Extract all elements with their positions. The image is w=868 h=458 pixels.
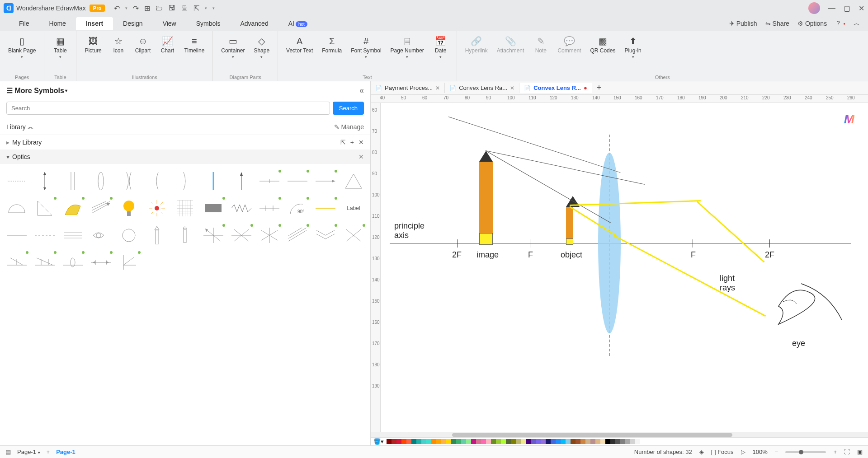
symbol-item[interactable] [340,223,367,248]
doc-tab[interactable]: 📄Payment Proces...✕ [371,83,445,93]
play-button[interactable]: ▷ [741,449,745,455]
fullscreen-button[interactable]: ▣ [857,449,863,455]
color-swatch[interactable] [590,439,595,444]
symbol-item[interactable] [4,196,30,221]
symbol-item[interactable] [256,223,283,248]
canvas[interactable]: M [381,103,868,432]
menu-ai[interactable]: AIhot [278,17,317,30]
color-swatch[interactable] [456,439,461,444]
symbol-item[interactable] [312,196,339,221]
color-swatch[interactable] [461,439,466,444]
help-button[interactable]: ？● [835,19,845,28]
color-swatch[interactable] [526,439,531,444]
symbol-item[interactable] [60,223,86,248]
page-tab-active[interactable]: Page-1 [56,449,75,455]
horizontal-scrollbar[interactable] [371,432,868,437]
symbol-item[interactable] [200,196,226,221]
redo-button[interactable]: ↷ [133,4,139,13]
menu-view[interactable]: View [153,17,186,30]
color-swatch[interactable] [396,439,401,444]
picture-button[interactable]: 🖼Picture [81,33,105,56]
container-button[interactable]: ▭Container▾ [217,33,248,61]
symbol-item[interactable]: 90° [284,196,311,221]
shape-button[interactable]: ◇Shape▾ [250,33,273,61]
color-swatch[interactable] [426,439,431,444]
symbol-item[interactable] [256,196,283,221]
symbol-item[interactable] [284,223,311,248]
formula-button[interactable]: ΣFormula [318,33,345,56]
color-swatch[interactable] [496,439,501,444]
plugin-button[interactable]: ⬆Plug-in▾ [621,33,645,61]
symbol-item[interactable] [172,168,198,194]
color-swatch[interactable] [571,439,576,444]
font-symbol-button[interactable]: #Font Symbol▾ [347,33,385,61]
manage-link[interactable]: ✎ Manage [334,123,364,131]
symbol-item[interactable] [60,196,86,221]
undo-button[interactable]: ↶ [114,4,120,13]
chart-button[interactable]: 📈Chart [156,33,179,56]
optics-section[interactable]: Optics [12,153,30,160]
qr-button[interactable]: ▩QR Codes [586,33,619,56]
color-swatch[interactable] [556,439,561,444]
menu-design[interactable]: Design [113,17,153,30]
publish-button[interactable]: ✈ Publish [729,20,757,27]
library-label[interactable]: Library [6,123,26,131]
symbol-item[interactable] [144,223,170,248]
symbol-item[interactable] [32,223,58,248]
symbol-item[interactable] [4,168,30,194]
color-swatch[interactable] [387,439,392,444]
symbol-item[interactable]: Label [340,196,367,221]
attachment-button[interactable]: 📎Attachment [493,33,528,56]
color-swatch[interactable] [401,439,406,444]
symbol-item[interactable] [228,168,255,194]
menu-home[interactable]: Home [39,17,76,30]
color-swatch[interactable] [406,439,411,444]
color-swatch[interactable] [516,439,521,444]
color-swatch[interactable] [595,439,600,444]
symbol-item[interactable] [88,250,114,275]
minimize-button[interactable]: — [828,4,835,12]
symbol-item[interactable] [284,168,311,194]
symbol-item[interactable] [256,168,283,194]
lib-import-button[interactable]: ⇱ [340,139,346,146]
color-swatch[interactable] [436,439,441,444]
symbol-item[interactable] [116,196,142,221]
symbol-item[interactable] [116,250,142,275]
color-swatch[interactable] [471,439,476,444]
symbol-item[interactable] [340,168,367,194]
symbol-item[interactable] [116,168,142,194]
color-swatch[interactable] [491,439,496,444]
color-swatch[interactable] [541,439,546,444]
print-button[interactable]: 🖶 [181,4,188,12]
color-swatch[interactable] [486,439,491,444]
color-swatch[interactable] [521,439,526,444]
search-button[interactable]: Search [333,102,364,115]
focus-button[interactable]: [⁠ ⁠] Focus [711,449,734,455]
symbol-item[interactable] [60,168,86,194]
timeline-button[interactable]: ≡Timeline [180,33,208,56]
avatar[interactable] [808,2,820,14]
icon-button[interactable]: ☆Icon [107,33,130,56]
color-swatch[interactable] [546,439,551,444]
layers-icon[interactable]: ◈ [699,449,704,455]
symbol-item[interactable] [116,223,142,248]
save-button[interactable]: 🖫 [168,4,175,12]
symbol-item[interactable] [60,250,86,275]
collapse-panel-button[interactable]: « [359,86,364,95]
color-swatch[interactable] [501,439,506,444]
page-selector[interactable]: Page-1 ▾ [17,449,40,455]
new-button[interactable]: ⊞ [144,4,150,13]
color-swatch[interactable] [610,439,615,444]
tab-close-button[interactable]: ✕ [510,85,514,91]
collapse-ribbon-button[interactable]: ︿ [854,19,860,28]
hyperlink-button[interactable]: 🔗Hyperlink [462,33,491,56]
symbol-item[interactable] [312,168,339,194]
symbol-item[interactable] [88,196,114,221]
color-swatch[interactable] [392,439,396,444]
color-swatch[interactable] [620,439,625,444]
color-swatch[interactable] [625,439,630,444]
menu-file[interactable]: File [9,17,39,30]
maximize-button[interactable]: ▢ [844,4,850,13]
add-page-button[interactable]: + [47,449,50,455]
color-swatch[interactable] [615,439,620,444]
